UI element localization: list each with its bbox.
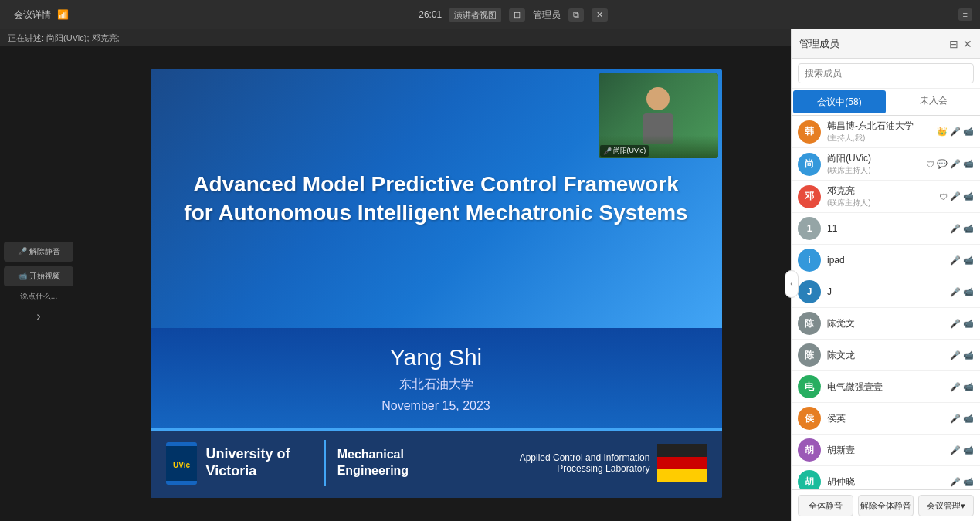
presenter-view-btn[interactable]: 演讲者视图 xyxy=(449,8,501,22)
slide-container: 🎤 解除静音 📹 开始视频 说点什么... › Advanced Model P… xyxy=(0,46,791,521)
copy-btn[interactable]: ⧉ xyxy=(568,8,584,22)
list-item[interactable]: 胡胡新壹🎤📹 xyxy=(792,435,980,466)
list-item[interactable]: 111🎤📹 xyxy=(792,213,980,245)
video-thumb-inner: 🎤 尚阳(UVic) xyxy=(599,73,718,158)
video-side-btn[interactable]: 📹 开始视频 xyxy=(4,266,73,286)
presentation-area: 正在讲述: 尚阳(UVic); 邓克亮; 🎤 解除静音 📹 开始视频 说点什么.… xyxy=(0,29,791,521)
panel-minimize-btn[interactable]: ⊟ xyxy=(949,38,958,50)
video-icon: 📹 xyxy=(963,224,974,234)
member-icons: 🎤📹 xyxy=(950,224,974,234)
toggle-panel-btn[interactable]: ‹ xyxy=(785,270,799,298)
member-name: J xyxy=(827,286,944,297)
member-name: 邓克亮 xyxy=(827,184,933,198)
mic-icon: 🎤 xyxy=(950,255,961,266)
member-name: ipad xyxy=(827,255,944,266)
host-icon: 👑 xyxy=(937,127,948,137)
unmute-side-btn[interactable]: 🎤 解除静音 xyxy=(4,242,73,262)
more-options-btn[interactable]: ≡ xyxy=(958,8,972,21)
video-icon: 📹 xyxy=(963,255,974,266)
member-icons: 🛡🎤📹 xyxy=(939,191,974,201)
presenter-bar: 正在讲述: 尚阳(UVic); 邓克亮; xyxy=(0,29,791,46)
avatar: 侯 xyxy=(798,407,821,430)
expand-side-btn[interactable]: › xyxy=(4,306,73,326)
member-tabs: 会议中(58) 未入会 xyxy=(792,89,980,116)
list-item[interactable]: JJ🎤📹 xyxy=(792,276,980,308)
member-name: 胡新壹 xyxy=(827,444,944,457)
member-info: 尚阳(UVic)(联席主持人) xyxy=(827,152,920,176)
right-panel: 管理成员 ⊟ ✕ 会议中(58) 未入会 韩韩昌博-东北石油大学(主持人,我)👑… xyxy=(791,29,980,521)
member-role: (联席主持人) xyxy=(827,165,920,176)
member-info: 陈觉文 xyxy=(827,317,944,330)
list-item[interactable]: 尚尚阳(UVic)(联席主持人)🛡💬🎤📹 xyxy=(792,148,980,181)
list-item[interactable]: 韩韩昌博-东北石油大学(主持人,我)👑🎤📹 xyxy=(792,116,980,148)
mic-icon: 🎤 xyxy=(950,287,961,297)
video-icon: 📹 xyxy=(18,272,27,280)
panel-actions: ⊟ ✕ xyxy=(949,38,972,50)
member-info: ipad xyxy=(827,255,944,266)
search-bar xyxy=(792,59,980,89)
member-info: 胡新壹 xyxy=(827,444,944,457)
slide-footer: UVic University of Victoria Mechanical E… xyxy=(151,428,722,498)
member-name: 侯英 xyxy=(827,412,944,425)
search-input[interactable] xyxy=(798,63,974,83)
slide-presenter-name: Yang Shi xyxy=(390,344,483,370)
tab-in-meeting[interactable]: 会议中(58) xyxy=(793,90,886,113)
member-name: 电气微强壹壹 xyxy=(827,381,944,394)
member-info: 陈文龙 xyxy=(827,349,944,362)
list-item[interactable]: 胡胡仲晓🎤📹 xyxy=(792,466,980,489)
member-icons: 🎤📹 xyxy=(950,414,974,424)
member-info: 邓克亮(联席主持人) xyxy=(827,184,933,208)
member-info: 侯英 xyxy=(827,412,944,425)
member-name: 韩昌博-东北石油大学 xyxy=(827,120,931,133)
footer-divider xyxy=(324,440,326,486)
mic-icon: 🎤 xyxy=(950,224,961,234)
member-icons: 🎤📹 xyxy=(950,477,974,487)
video-icon: 📹 xyxy=(963,445,974,455)
member-name: 陈文龙 xyxy=(827,349,944,362)
member-info: 胡仲晓 xyxy=(827,475,944,489)
flag-red-stripe xyxy=(657,457,706,470)
member-icons: 🎤📹 xyxy=(950,287,974,297)
member-name: 陈觉文 xyxy=(827,317,944,330)
top-bar-left: 会议详情 📶 xyxy=(8,8,69,22)
panel-close-btn[interactable]: ✕ xyxy=(963,38,972,50)
list-item[interactable]: 陈陈文龙🎤📹 xyxy=(792,340,980,371)
list-item[interactable]: 电电气微强壹壹🎤📹 xyxy=(792,371,980,403)
list-item[interactable]: 陈陈觉文🎤📹 xyxy=(792,308,980,340)
mic-icon: 🎤 xyxy=(950,159,961,169)
list-item[interactable]: 邓邓克亮(联席主持人)🛡🎤📹 xyxy=(792,181,980,213)
member-role: (主持人,我) xyxy=(827,133,931,144)
top-bar-center: 26:01 演讲者视图 ⊞ 管理员 ⧉ ✕ xyxy=(419,8,608,22)
mic-icon: 🎤 xyxy=(950,191,961,201)
mic-icon: 🎤 xyxy=(18,247,27,255)
presentation-slide: Advanced Model Predictive Control Framew… xyxy=(151,69,722,498)
manage-meeting-btn[interactable]: 会议管理▾ xyxy=(918,495,974,516)
unmute-all-btn[interactable]: 解除全体静音 xyxy=(858,495,914,516)
member-info: J xyxy=(827,286,944,297)
svg-text:UVic: UVic xyxy=(172,461,189,469)
tab-not-in-meeting[interactable]: 未入会 xyxy=(887,89,980,112)
panel-title: 管理成员 xyxy=(799,37,839,51)
avatar: 尚 xyxy=(798,153,821,176)
video-icon: 📹 xyxy=(963,350,974,360)
footer-flag xyxy=(657,444,706,482)
video-icon: 📹 xyxy=(963,382,974,392)
layout-btn[interactable]: ⊞ xyxy=(509,8,525,22)
meeting-info-label[interactable]: 会议详情 xyxy=(14,8,51,22)
mic-icon: 🎤 xyxy=(950,350,961,360)
video-icon: 📹 xyxy=(963,414,974,424)
video-icon: 📹 xyxy=(963,319,974,329)
member-icons: 👑🎤📹 xyxy=(937,127,974,137)
close-btn[interactable]: ✕ xyxy=(592,8,608,22)
avatar: 陈 xyxy=(798,343,821,367)
mute-all-btn[interactable]: 全体静音 xyxy=(798,495,853,516)
timer-display: 26:01 xyxy=(419,9,442,20)
list-item[interactable]: iipad🎤📹 xyxy=(792,245,980,276)
video-name-tag: 🎤 尚阳(UVic) xyxy=(600,145,649,157)
list-item[interactable]: 侯侯英🎤📹 xyxy=(792,403,980,435)
member-list: 韩韩昌博-东北石油大学(主持人,我)👑🎤📹尚尚阳(UVic)(联席主持人)🛡💬🎤… xyxy=(792,116,980,489)
footer-accent-bar xyxy=(151,428,722,431)
member-name: 胡仲晓 xyxy=(827,475,944,489)
say-something-hint: 说点什么... xyxy=(4,291,73,302)
uvic-logo: UVic xyxy=(166,442,197,485)
